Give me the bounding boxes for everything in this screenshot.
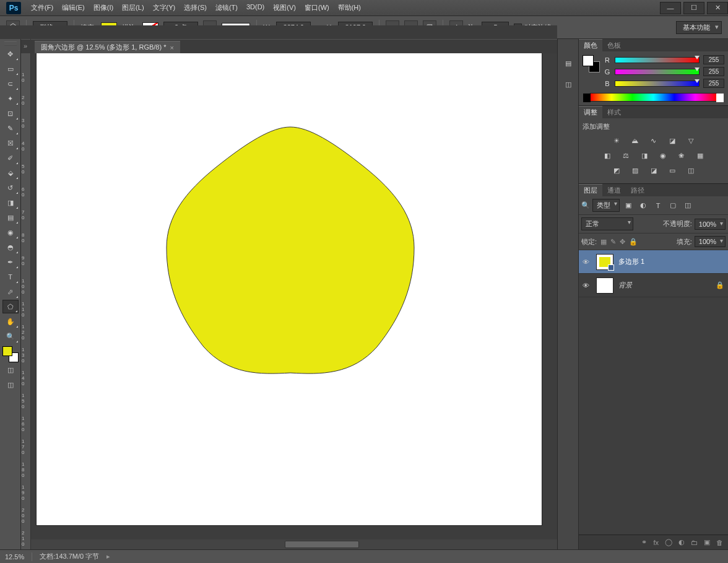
- lasso-tool[interactable]: ⊂: [2, 77, 19, 90]
- color-fgbg[interactable]: [583, 55, 600, 72]
- menu-item[interactable]: 图层(L): [118, 1, 147, 15]
- canvas-area[interactable]: [31, 49, 557, 549]
- adjustment-layer-icon[interactable]: ◐: [678, 538, 685, 546]
- visibility-icon[interactable]: 👁: [583, 282, 591, 289]
- menu-item[interactable]: 滤镜(T): [212, 1, 241, 15]
- b-slider[interactable]: [615, 81, 700, 87]
- color-spectrum[interactable]: [590, 93, 717, 102]
- tab-swatches[interactable]: 色板: [602, 40, 626, 51]
- brush-tool[interactable]: ✐: [2, 151, 19, 165]
- posterize-icon[interactable]: ▨: [629, 165, 641, 176]
- selective-color-icon[interactable]: ◫: [685, 165, 697, 176]
- close-button[interactable]: ✕: [707, 2, 728, 14]
- menu-item[interactable]: 视图(V): [269, 1, 300, 15]
- opacity-input[interactable]: 100%: [695, 219, 726, 230]
- filter-adjust-icon[interactable]: ◐: [637, 200, 649, 211]
- delete-layer-icon[interactable]: 🗑: [716, 539, 723, 546]
- dodge-tool[interactable]: ◓: [2, 240, 19, 254]
- zoom-level[interactable]: 12.5%: [5, 553, 24, 561]
- visibility-icon[interactable]: 👁: [583, 258, 591, 266]
- menu-item[interactable]: 文件(F): [27, 1, 57, 15]
- wand-tool[interactable]: ✦: [2, 92, 19, 105]
- history-brush-tool[interactable]: ↺: [2, 181, 19, 194]
- marquee-tool[interactable]: ▭: [2, 62, 19, 76]
- link-layers-icon[interactable]: ⚭: [641, 538, 647, 546]
- mask-icon[interactable]: ◯: [665, 538, 672, 546]
- g-input[interactable]: [703, 67, 724, 76]
- menu-item[interactable]: 帮助(H): [334, 1, 365, 15]
- path-select-tool[interactable]: ⬀: [2, 285, 19, 299]
- type-tool[interactable]: T: [2, 270, 19, 284]
- lock-trans-icon[interactable]: ▦: [600, 238, 607, 246]
- document-tab[interactable]: 圆角六边形 @ 12.5% (多边形 1, RGB/8) * ×: [35, 41, 180, 53]
- fg-bg-colors[interactable]: [2, 346, 19, 362]
- bw-icon[interactable]: ◨: [638, 150, 651, 161]
- tab-color[interactable]: 颜色: [579, 39, 602, 51]
- shape-tool[interactable]: ⬠: [2, 300, 19, 313]
- menu-item[interactable]: 选择(S): [180, 1, 210, 15]
- stamp-tool[interactable]: ⬙: [2, 166, 19, 180]
- tab-paths[interactable]: 路径: [626, 185, 649, 196]
- workspace-switcher[interactable]: 基本功能: [676, 21, 722, 34]
- expand-docs-icon[interactable]: »: [24, 42, 32, 51]
- layer-row[interactable]: 👁多边形 1: [579, 250, 728, 274]
- fill-opacity-input[interactable]: 100%: [695, 236, 726, 247]
- minimize-button[interactable]: —: [660, 2, 681, 14]
- lock-move-icon[interactable]: ✥: [620, 238, 625, 246]
- filter-type-icon[interactable]: T: [652, 200, 664, 211]
- menu-item[interactable]: 窗口(W): [301, 1, 333, 15]
- r-slider[interactable]: [615, 57, 700, 63]
- quickmask-icon[interactable]: ◫: [2, 363, 19, 377]
- screen-mode-icon[interactable]: ◫: [2, 378, 19, 391]
- crop-tool[interactable]: ⊡: [2, 107, 19, 120]
- blend-mode-dropdown[interactable]: 正常: [581, 217, 633, 230]
- exposure-icon[interactable]: ◪: [666, 135, 678, 146]
- layer-filter-dropdown[interactable]: 类型: [592, 199, 620, 212]
- menu-item[interactable]: 编辑(E): [58, 1, 89, 15]
- close-tab-icon[interactable]: ×: [170, 44, 174, 51]
- r-input[interactable]: [703, 55, 724, 64]
- brightness-icon[interactable]: ☀: [610, 135, 623, 146]
- threshold-icon[interactable]: ◪: [648, 165, 660, 176]
- hand-tool[interactable]: ✋: [2, 315, 19, 328]
- tab-channels[interactable]: 通道: [602, 185, 626, 196]
- tab-styles[interactable]: 样式: [602, 107, 626, 118]
- group-icon[interactable]: 🗀: [691, 539, 698, 546]
- move-tool[interactable]: ✥: [2, 47, 19, 61]
- filter-pixel-icon[interactable]: ▣: [622, 200, 635, 211]
- curves-icon[interactable]: ∿: [648, 135, 660, 146]
- properties-icon[interactable]: ◫: [561, 77, 575, 91]
- history-icon[interactable]: ▤: [561, 56, 575, 70]
- lock-all-icon[interactable]: 🔒: [629, 238, 638, 246]
- b-input[interactable]: [703, 79, 724, 88]
- invert-icon[interactable]: ◩: [610, 165, 623, 176]
- gradient-tool[interactable]: ▤: [2, 211, 19, 224]
- lookup-icon[interactable]: ▦: [694, 150, 706, 161]
- tab-adjustments[interactable]: 调整: [579, 106, 602, 118]
- menu-item[interactable]: 图像(I): [90, 1, 117, 15]
- lock-paint-icon[interactable]: ✎: [610, 238, 616, 246]
- menu-item[interactable]: 3D(D): [243, 1, 268, 15]
- gradient-map-icon[interactable]: ▭: [666, 165, 678, 176]
- channel-mixer-icon[interactable]: ❀: [675, 150, 688, 161]
- document-canvas[interactable]: [36, 49, 542, 526]
- tab-layers[interactable]: 图层: [579, 184, 602, 196]
- zoom-tool[interactable]: 🔍: [2, 330, 19, 343]
- menu-item[interactable]: 文字(Y): [149, 1, 180, 15]
- eyedropper-tool[interactable]: ✎: [2, 121, 19, 135]
- doc-info[interactable]: 文档:143.7M/0 字节: [40, 552, 99, 561]
- fx-icon[interactable]: fx: [653, 539, 659, 546]
- blur-tool[interactable]: ◉: [2, 225, 19, 239]
- photo-filter-icon[interactable]: ◉: [657, 150, 669, 161]
- maximize-button[interactable]: ☐: [683, 2, 704, 14]
- heal-tool[interactable]: ☒: [2, 136, 19, 150]
- g-slider[interactable]: [615, 69, 700, 75]
- balance-icon[interactable]: ⚖: [620, 150, 632, 161]
- layer-row[interactable]: 👁背景🔒: [579, 274, 728, 297]
- hue-icon[interactable]: ◧: [601, 150, 613, 161]
- new-layer-icon[interactable]: ▣: [704, 538, 710, 546]
- levels-icon[interactable]: ⛰: [629, 135, 641, 146]
- filter-shape-icon[interactable]: ▢: [667, 200, 679, 211]
- vibrance-icon[interactable]: ▽: [685, 135, 697, 146]
- eraser-tool[interactable]: ◨: [2, 196, 19, 209]
